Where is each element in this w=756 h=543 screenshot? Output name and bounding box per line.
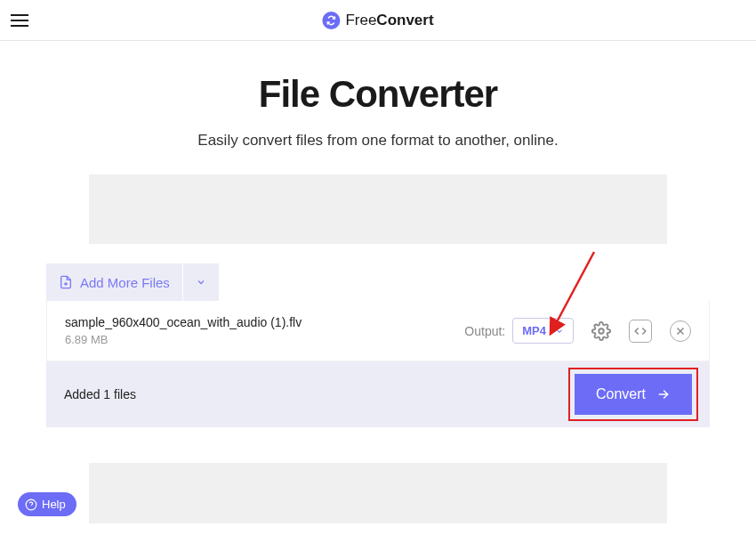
ad-placeholder <box>89 463 667 523</box>
remove-file-button[interactable] <box>670 320 691 342</box>
status-text: Added 1 files <box>64 387 136 401</box>
help-icon <box>25 498 37 511</box>
embed-button[interactable] <box>629 320 652 343</box>
menu-button[interactable] <box>11 14 28 27</box>
help-button[interactable]: Help <box>18 492 76 516</box>
toolbar: Add More Files <box>46 263 710 301</box>
file-row: sample_960x400_ocean_with_audio (1).flv … <box>46 301 710 361</box>
arrow-right-icon <box>656 388 671 401</box>
file-size: 6.89 MB <box>65 333 464 346</box>
main: File Converter Easily convert files from… <box>0 41 756 543</box>
gear-icon <box>591 321 611 341</box>
format-value: MP4 <box>522 324 546 337</box>
brand-logo[interactable]: FreeConvert <box>322 12 433 29</box>
add-more-dropdown[interactable] <box>182 263 219 301</box>
file-name: sample_960x400_ocean_with_audio (1).flv <box>65 315 464 329</box>
refresh-icon <box>322 12 340 29</box>
settings-button[interactable] <box>591 321 611 341</box>
add-more-files-button[interactable]: Add More Files <box>46 263 182 301</box>
close-icon <box>674 325 687 337</box>
format-select[interactable]: MP4 <box>512 318 574 344</box>
convert-label: Convert <box>596 386 646 402</box>
page-title: File Converter <box>0 73 756 116</box>
file-plus-icon <box>59 274 73 290</box>
add-more-files-label: Add More Files <box>80 275 170 290</box>
code-icon <box>634 325 647 337</box>
ad-placeholder <box>89 174 667 244</box>
brand-name: FreeConvert <box>345 12 433 29</box>
help-label: Help <box>42 498 66 511</box>
page-subtitle: Easily convert files from one format to … <box>0 132 756 150</box>
convert-button[interactable]: Convert <box>575 374 692 415</box>
chevron-down-icon <box>196 277 206 288</box>
header: FreeConvert <box>0 0 756 41</box>
chevron-down-icon <box>555 327 564 336</box>
conversion-footer: Added 1 files Convert <box>46 361 710 427</box>
output-label: Output: <box>464 324 505 338</box>
svg-point-2 <box>599 328 604 334</box>
